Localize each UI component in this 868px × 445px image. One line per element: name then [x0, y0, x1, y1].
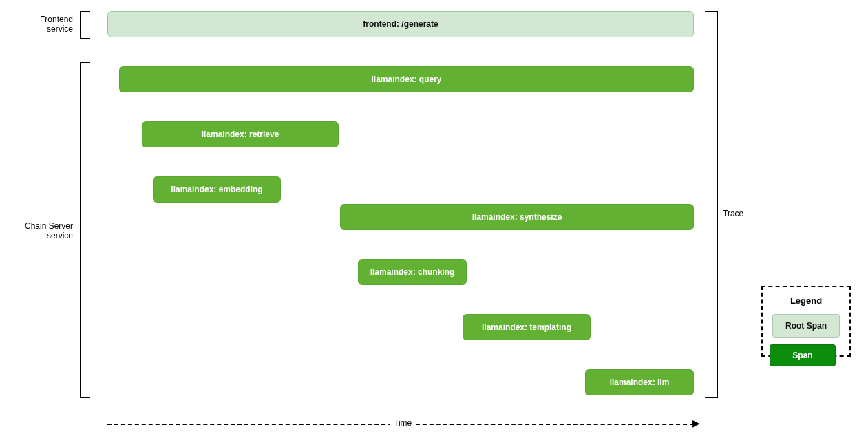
time-axis-label: Time — [390, 418, 416, 428]
diagram-stage: Frontend service Chain Server service Tr… — [0, 0, 868, 445]
span-synthesize: llamaindex: synthesize — [340, 204, 694, 230]
span-query: llamaindex: query — [119, 66, 694, 92]
bracket-chain — [80, 62, 90, 398]
span-chunking: llamaindex: chunking — [358, 259, 467, 285]
time-axis-arrow-icon: ▶ — [692, 418, 700, 428]
legend-title: Legend — [770, 296, 843, 306]
row-label-frontend: Frontend service — [0, 14, 73, 34]
bracket-frontend — [80, 11, 90, 39]
row-label-chain-l2: service — [47, 231, 73, 240]
span-root: frontend: /generate — [107, 11, 694, 37]
row-label-chain: Chain Server service — [0, 221, 73, 240]
span-embedding: llamaindex: embedding — [153, 176, 281, 203]
trace-label: Trace — [723, 209, 743, 218]
legend-swatch-span: Span — [770, 344, 836, 366]
legend-swatch-root: Root Span — [772, 314, 840, 338]
span-templating: llamaindex: templating — [463, 314, 591, 340]
bracket-trace — [705, 11, 718, 398]
span-llm: llamaindex: llm — [585, 369, 694, 395]
row-label-frontend-l2: service — [47, 24, 73, 34]
row-label-frontend-l1: Frontend — [40, 14, 73, 24]
legend: Legend Root Span Span — [761, 286, 851, 357]
row-label-chain-l1: Chain Server — [25, 221, 73, 231]
span-retrieve: llamaindex: retrieve — [142, 121, 339, 147]
